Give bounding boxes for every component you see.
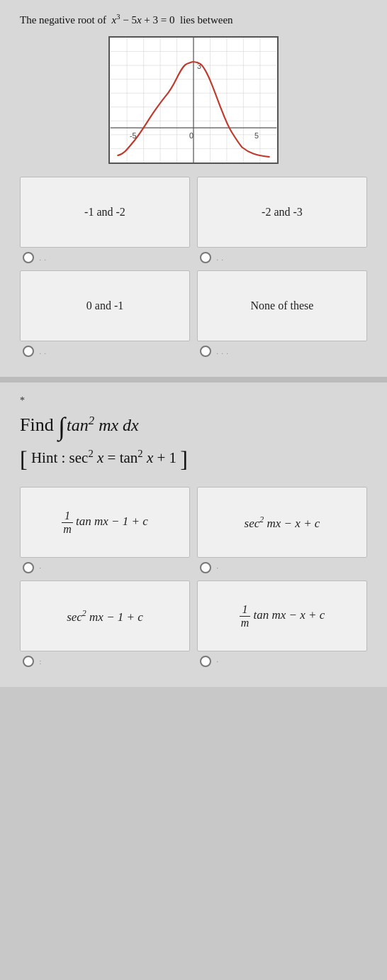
radio-row-1: . . . . <box>20 252 367 263</box>
answer-grid-b2: sec2 mx − 1 + c 1 m tan mx − x + c <box>20 580 367 651</box>
radio-dots-b1: · <box>37 564 42 572</box>
hint-expression: [ Hint : sec2 x = tan2 x + 1 ] <box>20 446 367 473</box>
answer-card-b4[interactable]: 1 m tan mx − x + c <box>197 580 367 651</box>
radio-dots-a3: . . <box>37 348 47 356</box>
radio-a4[interactable] <box>200 346 211 357</box>
answer-card-b2[interactable]: sec2 mx − x + c <box>197 487 367 558</box>
answer-card-a1[interactable]: -1 and -2 <box>20 177 190 248</box>
radio-cell-b4[interactable]: · <box>197 656 367 667</box>
radio-cell-a4[interactable]: . . . <box>197 346 367 357</box>
frac-den-b4: m <box>240 617 251 629</box>
graph-svg: -5 0 5 3 <box>110 38 277 163</box>
answer-label-a3: 0 and -1 <box>86 299 123 312</box>
radio-dots-b2: · <box>214 564 219 572</box>
radio-b3[interactable] <box>23 656 34 667</box>
frac-num-b1: 1 <box>62 510 73 523</box>
question-1-text: The negative root of x3 − 5x + 3 = 0 lie… <box>20 13 367 26</box>
integrand: tan2 mx dx <box>67 416 139 434</box>
right-bracket: ] <box>180 446 188 472</box>
answer-label-a2: -2 and -3 <box>262 206 303 219</box>
answer-card-a3[interactable]: 0 and -1 <box>20 270 190 341</box>
find-expression: Find ∫tan2 mx dx <box>20 414 367 439</box>
radio-cell-b2[interactable]: · <box>197 562 367 573</box>
frac-num-b4: 1 <box>240 603 251 617</box>
svg-text:0: 0 <box>189 131 194 140</box>
frac-b1: 1 m <box>62 510 73 536</box>
answer-card-b3[interactable]: sec2 mx − 1 + c <box>20 580 190 651</box>
radio-a1[interactable] <box>23 252 34 263</box>
radio-b4[interactable] <box>200 656 211 667</box>
radio-dots-a2: . . <box>214 254 224 262</box>
question-2-asterisk: * <box>20 395 367 407</box>
radio-b1[interactable] <box>23 562 34 573</box>
answer-label-a1: -1 and -2 <box>84 206 125 219</box>
radio-row-b1: · · <box>20 562 367 573</box>
answer-label-b3: sec2 mx − 1 + c <box>67 608 143 624</box>
radio-a2[interactable] <box>200 252 211 263</box>
answer-label-b2: sec2 mx − x + c <box>245 514 320 531</box>
radio-b2[interactable] <box>200 562 211 573</box>
find-label: Find <box>20 414 58 435</box>
answer-label-a4: None of these <box>251 299 314 312</box>
section-divider <box>0 377 387 382</box>
radio-row-b2: : · <box>20 656 367 667</box>
radio-cell-a3[interactable]: . . <box>20 346 190 357</box>
answer-grid-b1: 1 m tan mx − 1 + c sec2 mx − x + c <box>20 487 367 558</box>
answer-card-a2[interactable]: -2 and -3 <box>197 177 367 248</box>
radio-dots-a4: . . . <box>214 348 229 356</box>
radio-dots-b3: : <box>37 658 42 666</box>
left-bracket: [ <box>20 446 28 472</box>
hint-content: Hint : sec2 x = tan2 x + 1 <box>31 449 176 466</box>
answer-grid-2: 0 and -1 None of these <box>20 270 367 341</box>
radio-cell-a2[interactable]: . . <box>197 252 367 263</box>
radio-cell-a1[interactable]: . . <box>20 252 190 263</box>
radio-row-2: . . . . . <box>20 346 367 357</box>
question-2-block: * Find ∫tan2 mx dx [ Hint : sec2 x = tan… <box>0 382 387 687</box>
frac-b4: 1 m <box>240 603 251 629</box>
radio-dots-a1: . . <box>37 254 47 262</box>
frac-den-b1: m <box>62 523 73 536</box>
radio-cell-b3[interactable]: : <box>20 656 190 667</box>
integral-symbol: ∫ <box>58 414 65 439</box>
question-1-block: The negative root of x3 − 5x + 3 = 0 lie… <box>0 0 387 377</box>
answer-card-a4[interactable]: None of these <box>197 270 367 341</box>
answer-grid-1: -1 and -2 -2 and -3 <box>20 177 367 248</box>
page: The negative root of x3 − 5x + 3 = 0 lie… <box>0 0 387 687</box>
radio-cell-b1[interactable]: · <box>20 562 190 573</box>
answer-label-b4: 1 m tan mx − x + c <box>240 603 325 629</box>
svg-text:5: 5 <box>254 131 259 140</box>
radio-dots-b4: · <box>214 658 219 666</box>
graph-container: -5 0 5 3 <box>108 36 279 164</box>
radio-a3[interactable] <box>23 346 34 357</box>
answer-card-b1[interactable]: 1 m tan mx − 1 + c <box>20 487 190 558</box>
answer-label-b1: 1 m tan mx − 1 + c <box>62 510 148 536</box>
